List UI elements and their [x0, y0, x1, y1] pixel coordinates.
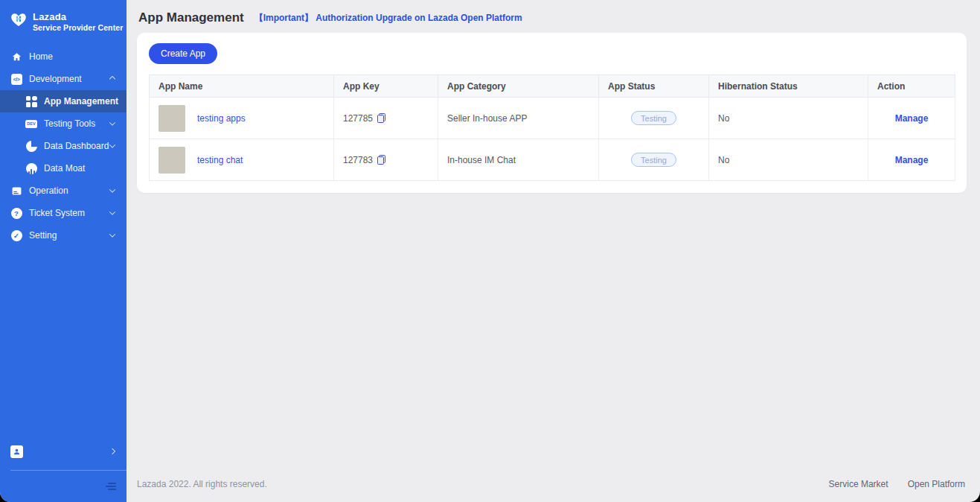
code-icon: </>	[10, 73, 22, 85]
sidebar-item-label: Testing Tools	[44, 118, 110, 129]
page-header: App Management 【Important】 Authorization…	[126, 0, 980, 33]
column-header-app-name: App Name	[150, 75, 334, 98]
sidebar-item-operation[interactable]: Operation	[0, 179, 126, 202]
logo-brand: Lazada	[33, 12, 123, 23]
app-thumbnail	[158, 147, 185, 174]
question-icon: ?	[10, 207, 22, 219]
sidebar-item-label: Home	[29, 51, 116, 62]
sidebar-item-data-moat[interactable]: Data Moat	[0, 157, 126, 179]
important-notice-link[interactable]: 【Important】 Authorization Upgrade on Laz…	[254, 12, 522, 25]
sidebar-user-row[interactable]	[10, 439, 116, 464]
column-header-action: Action	[868, 75, 955, 98]
table-header-row: App Name App Key App Category App Status…	[150, 75, 955, 98]
menu-fold-icon[interactable]	[106, 483, 116, 490]
lazada-heart-logo-icon	[10, 12, 27, 30]
footer-link-service-market[interactable]: Service Market	[829, 479, 888, 489]
manage-link[interactable]: Manage	[895, 113, 929, 124]
app-window: Lazada Service Provider Center Home </> …	[0, 0, 980, 502]
table-row: testing apps 127785 Seller In-house APP …	[150, 98, 955, 139]
sidebar-item-label: Operation	[29, 185, 110, 196]
gear-icon: ✓	[10, 229, 22, 241]
status-badge: Testing	[631, 153, 676, 167]
create-app-button[interactable]: Create App	[149, 43, 217, 64]
sidebar-item-ticket-system[interactable]: ? Ticket System	[0, 202, 126, 224]
chevron-down-icon	[109, 231, 115, 237]
chevron-down-icon	[109, 119, 115, 125]
sidebar-item-development[interactable]: </> Development	[0, 68, 126, 90]
chevron-down-icon	[109, 209, 115, 215]
chevron-down-icon	[109, 142, 115, 147]
app-key-value: 127783	[343, 155, 373, 165]
sidebar-item-label: App Management	[44, 96, 118, 107]
manage-link[interactable]: Manage	[895, 155, 929, 165]
status-badge: Testing	[631, 111, 676, 125]
sidebar-item-data-dashboard[interactable]: Data Dashboard	[0, 135, 126, 157]
chevron-down-icon	[109, 186, 115, 192]
sidebar-item-app-management[interactable]: App Management	[0, 90, 126, 112]
app-grid-icon	[25, 95, 37, 107]
app-key-value: 127785	[343, 113, 373, 124]
sidebar-item-home[interactable]: Home	[0, 45, 126, 68]
sidebar: Lazada Service Provider Center Home </> …	[0, 0, 126, 502]
app-name-link[interactable]: testing chat	[197, 155, 243, 165]
page-title: App Management	[138, 10, 244, 25]
column-header-app-category: App Category	[438, 75, 599, 98]
sidebar-item-testing-tools[interactable]: DEV Testing Tools	[0, 112, 126, 135]
footer-link-open-platform[interactable]: Open Platform	[908, 479, 965, 489]
hibernation-status-value: No	[709, 139, 868, 181]
column-header-hibernation-status: Hibernation Status	[709, 75, 868, 98]
app-thumbnail	[158, 105, 185, 132]
apps-table: App Name App Key App Category App Status…	[149, 74, 955, 181]
copy-icon[interactable]	[377, 155, 385, 165]
logo-text: Lazada Service Provider Center	[33, 12, 123, 32]
user-avatar-icon	[10, 445, 23, 458]
table-row: testing chat 127783 In-house IM Chat Tes…	[150, 139, 955, 181]
copyright-text: Lazada 2022. All rights reserved.	[137, 479, 267, 489]
hibernation-status-value: No	[709, 98, 868, 139]
app-list-card: Create App App Name App Key App Category…	[137, 33, 967, 193]
column-header-app-key: App Key	[334, 75, 438, 98]
dev-badge-icon: DEV	[25, 118, 37, 130]
bar-chart-icon	[25, 162, 37, 174]
copy-icon[interactable]	[377, 113, 385, 123]
app-name-link[interactable]: testing apps	[197, 113, 246, 124]
home-icon	[10, 51, 22, 63]
app-category-value: In-house IM Chat	[438, 139, 599, 181]
sidebar-bottom	[0, 439, 126, 502]
chevron-right-icon	[109, 448, 115, 454]
sidebar-nav: Home </> Development App Management DEV	[0, 42, 126, 439]
column-header-app-status: App Status	[599, 75, 709, 98]
operation-icon	[10, 185, 22, 197]
app-category-value: Seller In-house APP	[438, 98, 599, 139]
sidebar-item-label: Data Moat	[44, 163, 116, 174]
chevron-up-icon	[109, 76, 115, 82]
sidebar-item-label: Setting	[29, 230, 110, 241]
dashboard-icon	[25, 140, 37, 152]
sidebar-item-label: Ticket System	[29, 208, 110, 218]
lazada-logo: Lazada Service Provider Center	[0, 0, 126, 42]
logo-subtitle: Service Provider Center	[33, 23, 123, 32]
page-footer: Lazada 2022. All rights reserved. Servic…	[126, 466, 980, 502]
main-content: App Management 【Important】 Authorization…	[126, 0, 980, 502]
sidebar-item-label: Development	[29, 74, 110, 84]
sidebar-item-label: Data Dashboard	[44, 141, 110, 151]
sidebar-item-setting[interactable]: ✓ Setting	[0, 224, 126, 247]
